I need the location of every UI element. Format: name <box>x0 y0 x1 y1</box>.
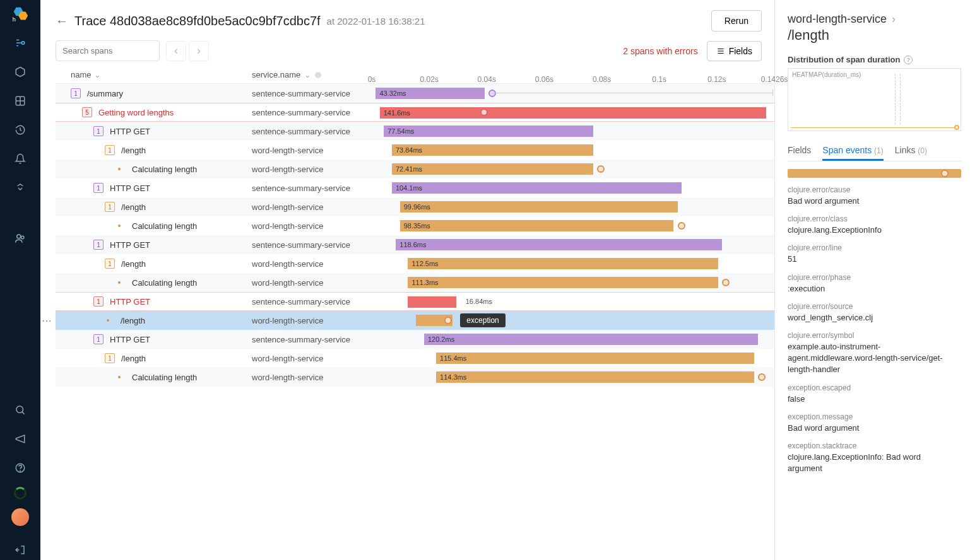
nav-history-icon[interactable] <box>10 120 30 140</box>
field-item[interactable]: clojure.error/causeBad word argument <box>788 185 957 207</box>
timeline-cell: 111.3ms <box>372 273 774 292</box>
span-bar[interactable]: 77.54ms <box>384 125 593 137</box>
span-row[interactable]: 1HTTP GETsentence-summary-service16.84ms <box>56 292 774 311</box>
nav-logout-icon[interactable] <box>10 540 30 560</box>
span-row[interactable]: 1HTTP GETsentence-summary-service104.1ms <box>56 178 774 197</box>
nav-query-icon[interactable] <box>10 33 30 53</box>
distribution-chart[interactable]: HEATMAP(duration_ms) <box>788 68 961 131</box>
span-row[interactable]: 1/summarysentence-summary-service43.32ms <box>56 84 774 103</box>
field-item[interactable]: exception.messageBad word argument <box>788 412 957 434</box>
row-menu-icon[interactable]: ⋯ <box>42 315 52 327</box>
span-duration: 114.3ms <box>439 373 468 381</box>
timeline-tick: 0.04s <box>478 75 496 84</box>
search-input[interactable] <box>56 40 160 61</box>
span-bar[interactable]: 112.5ms <box>408 258 718 269</box>
service-name: word-length-service <box>252 146 372 155</box>
field-key: clojure.error/source <box>788 302 957 311</box>
logo[interactable]: h <box>11 6 29 24</box>
tab-fields[interactable]: Fields <box>788 141 811 161</box>
info-icon[interactable]: ? <box>904 55 913 64</box>
nav-search-icon[interactable] <box>10 400 30 420</box>
field-item[interactable]: clojure.error/sourceword_length_service.… <box>788 302 957 324</box>
nav-boards-icon[interactable] <box>10 91 30 111</box>
span-event-marker[interactable] <box>758 373 766 381</box>
span-bar[interactable]: 115.4ms <box>436 353 754 364</box>
nav-datasets-icon[interactable] <box>10 62 30 82</box>
span-row[interactable]: 1/lengthword-length-service115.4ms <box>56 349 774 368</box>
span-event-marker[interactable] <box>444 317 452 324</box>
span-row[interactable]: 1/lengthword-length-service99.96ms <box>56 197 774 216</box>
span-duration: 16.84ms <box>464 298 494 305</box>
span-event-marker[interactable] <box>597 165 605 173</box>
detail-breadcrumb[interactable]: word-length-service › <box>788 13 961 26</box>
nav-alerts-icon[interactable] <box>10 149 30 169</box>
nav-announce-icon[interactable] <box>10 429 30 449</box>
timeline-cell: 114.3ms <box>372 368 774 387</box>
col-service-header[interactable]: service.name ⌄ <box>252 70 372 79</box>
span-bar[interactable] <box>408 296 456 308</box>
back-arrow[interactable]: ← <box>56 14 68 28</box>
span-row[interactable]: Calculating lengthword-length-service72.… <box>56 160 774 178</box>
span-bar[interactable]: 72.41ms <box>392 163 593 175</box>
tab-links[interactable]: Links (0) <box>895 141 927 161</box>
span-row[interactable]: Calculating lengthword-length-service114… <box>56 368 774 387</box>
span-badge: 1 <box>71 88 81 98</box>
next-span-button[interactable]: › <box>189 41 209 61</box>
nav-help-icon[interactable] <box>10 458 30 478</box>
span-row[interactable]: 1HTTP GETsentence-summary-service77.54ms <box>56 122 774 141</box>
span-name: /length <box>121 354 146 363</box>
nav-team-icon[interactable] <box>10 228 30 248</box>
span-bar[interactable]: 73.84ms <box>392 144 593 156</box>
span-row[interactable]: 5Getting word lengthssentence-summary-se… <box>56 103 774 122</box>
prev-span-button[interactable]: ‹ <box>166 41 186 61</box>
span-event-marker[interactable] <box>678 222 685 230</box>
span-bar[interactable]: 114.3ms <box>436 371 754 383</box>
span-event-marker[interactable] <box>488 90 496 97</box>
span-event-marker[interactable] <box>480 108 488 116</box>
span-bar[interactable]: 98.35ms <box>400 220 674 231</box>
field-item[interactable]: clojure.error/line51 <box>788 243 957 265</box>
span-row[interactable]: ⋯/lengthword-length-serviceexception <box>56 311 774 330</box>
span-name: HTTP GET <box>110 184 150 193</box>
field-item[interactable]: clojure.error/phase:execution <box>788 273 957 295</box>
span-duration: 104.1ms <box>394 184 423 192</box>
span-bar[interactable]: 104.1ms <box>392 182 682 194</box>
field-item[interactable]: exception.stacktraceclojure.lang.Excepti… <box>788 441 957 474</box>
timeline-tick: 0.02s <box>420 75 438 84</box>
span-row[interactable]: 1HTTP GETsentence-summary-service118.6ms <box>56 235 774 254</box>
nav-usage-icon[interactable] <box>14 487 27 499</box>
span-bar[interactable]: 43.32ms <box>376 88 484 99</box>
service-name: word-length-service <box>252 202 372 212</box>
span-row[interactable]: Calculating lengthword-length-service98.… <box>56 216 774 235</box>
field-item[interactable]: clojure.error/classclojure.lang.Exceptio… <box>788 214 957 236</box>
span-name: /length <box>121 202 146 212</box>
span-bar[interactable]: 141.6ms <box>380 107 766 119</box>
fields-list[interactable]: clojure.error/causeBad word argumentcloj… <box>788 185 961 560</box>
field-key: clojure.error/symbol <box>788 331 957 340</box>
span-bar[interactable]: 99.96ms <box>400 201 678 213</box>
span-row[interactable]: 1HTTP GETsentence-summary-service120.2ms <box>56 330 774 349</box>
fields-button[interactable]: Fields <box>707 41 762 61</box>
span-badge: 1 <box>93 183 104 193</box>
field-key: clojure.error/class <box>788 214 957 223</box>
field-key: exception.stacktrace <box>788 441 957 450</box>
span-name: Calculating length <box>132 373 197 382</box>
span-name: Getting word lengths <box>98 108 174 117</box>
col-name-header[interactable]: name ⌄ <box>71 70 252 79</box>
field-item[interactable]: exception.escapedfalse <box>788 383 957 405</box>
span-row[interactable]: 1/lengthword-length-service73.84ms <box>56 141 774 160</box>
service-name: sentence-summary-service <box>252 89 372 98</box>
tab-span-events[interactable]: Span events (1) <box>822 141 883 161</box>
span-bar[interactable]: 120.2ms <box>424 334 759 345</box>
span-event-marker[interactable] <box>722 279 730 286</box>
field-item[interactable]: clojure.error/symbolexample.auto-instrum… <box>788 331 957 376</box>
span-bar[interactable]: 118.6ms <box>396 239 722 250</box>
rerun-button[interactable]: Rerun <box>711 10 762 32</box>
span-row[interactable]: 1/lengthword-length-service112.5ms <box>56 254 774 273</box>
span-bar[interactable]: 111.3ms <box>408 277 718 288</box>
service-name: word-length-service <box>252 165 372 174</box>
nav-handshake-icon[interactable] <box>10 178 30 198</box>
user-avatar[interactable] <box>11 508 29 526</box>
error-count[interactable]: 2 spans with errors <box>623 46 697 56</box>
span-row[interactable]: Calculating lengthword-length-service111… <box>56 273 774 292</box>
